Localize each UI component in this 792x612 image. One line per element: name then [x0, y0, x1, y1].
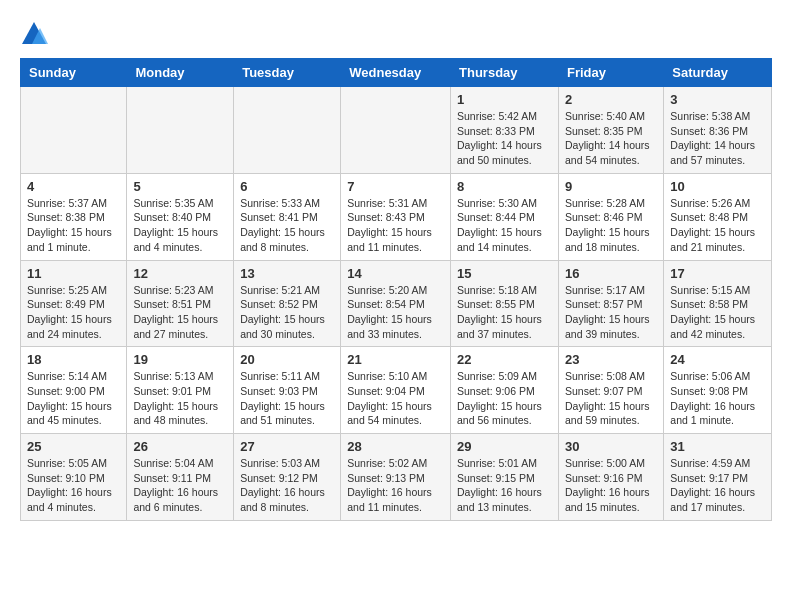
- day-info: Sunrise: 5:14 AM Sunset: 9:00 PM Dayligh…: [27, 369, 120, 428]
- day-number: 27: [240, 439, 334, 454]
- day-cell: 2Sunrise: 5:40 AM Sunset: 8:35 PM Daylig…: [558, 87, 663, 174]
- day-info: Sunrise: 5:37 AM Sunset: 8:38 PM Dayligh…: [27, 196, 120, 255]
- day-info: Sunrise: 5:17 AM Sunset: 8:57 PM Dayligh…: [565, 283, 657, 342]
- day-cell: 19Sunrise: 5:13 AM Sunset: 9:01 PM Dayli…: [127, 347, 234, 434]
- day-number: 3: [670, 92, 765, 107]
- day-cell: 28Sunrise: 5:02 AM Sunset: 9:13 PM Dayli…: [341, 434, 451, 521]
- day-cell: [341, 87, 451, 174]
- day-info: Sunrise: 5:01 AM Sunset: 9:15 PM Dayligh…: [457, 456, 552, 515]
- day-cell: 13Sunrise: 5:21 AM Sunset: 8:52 PM Dayli…: [234, 260, 341, 347]
- day-cell: 27Sunrise: 5:03 AM Sunset: 9:12 PM Dayli…: [234, 434, 341, 521]
- day-number: 20: [240, 352, 334, 367]
- day-info: Sunrise: 5:35 AM Sunset: 8:40 PM Dayligh…: [133, 196, 227, 255]
- day-info: Sunrise: 5:00 AM Sunset: 9:16 PM Dayligh…: [565, 456, 657, 515]
- day-cell: 3Sunrise: 5:38 AM Sunset: 8:36 PM Daylig…: [664, 87, 772, 174]
- day-number: 2: [565, 92, 657, 107]
- day-number: 25: [27, 439, 120, 454]
- day-info: Sunrise: 5:40 AM Sunset: 8:35 PM Dayligh…: [565, 109, 657, 168]
- day-cell: 17Sunrise: 5:15 AM Sunset: 8:58 PM Dayli…: [664, 260, 772, 347]
- day-cell: 8Sunrise: 5:30 AM Sunset: 8:44 PM Daylig…: [451, 173, 559, 260]
- day-info: Sunrise: 5:10 AM Sunset: 9:04 PM Dayligh…: [347, 369, 444, 428]
- day-info: Sunrise: 5:42 AM Sunset: 8:33 PM Dayligh…: [457, 109, 552, 168]
- day-cell: [127, 87, 234, 174]
- day-cell: 14Sunrise: 5:20 AM Sunset: 8:54 PM Dayli…: [341, 260, 451, 347]
- header-cell-saturday: Saturday: [664, 59, 772, 87]
- day-number: 6: [240, 179, 334, 194]
- day-info: Sunrise: 5:06 AM Sunset: 9:08 PM Dayligh…: [670, 369, 765, 428]
- day-info: Sunrise: 5:08 AM Sunset: 9:07 PM Dayligh…: [565, 369, 657, 428]
- day-info: Sunrise: 5:33 AM Sunset: 8:41 PM Dayligh…: [240, 196, 334, 255]
- day-number: 21: [347, 352, 444, 367]
- day-number: 28: [347, 439, 444, 454]
- day-number: 22: [457, 352, 552, 367]
- day-number: 29: [457, 439, 552, 454]
- week-row-1: 1Sunrise: 5:42 AM Sunset: 8:33 PM Daylig…: [21, 87, 772, 174]
- day-info: Sunrise: 5:28 AM Sunset: 8:46 PM Dayligh…: [565, 196, 657, 255]
- day-cell: 4Sunrise: 5:37 AM Sunset: 8:38 PM Daylig…: [21, 173, 127, 260]
- day-number: 13: [240, 266, 334, 281]
- day-cell: [21, 87, 127, 174]
- day-number: 10: [670, 179, 765, 194]
- header-cell-monday: Monday: [127, 59, 234, 87]
- day-cell: 12Sunrise: 5:23 AM Sunset: 8:51 PM Dayli…: [127, 260, 234, 347]
- day-number: 16: [565, 266, 657, 281]
- day-info: Sunrise: 5:02 AM Sunset: 9:13 PM Dayligh…: [347, 456, 444, 515]
- day-cell: 20Sunrise: 5:11 AM Sunset: 9:03 PM Dayli…: [234, 347, 341, 434]
- day-cell: 26Sunrise: 5:04 AM Sunset: 9:11 PM Dayli…: [127, 434, 234, 521]
- day-cell: 29Sunrise: 5:01 AM Sunset: 9:15 PM Dayli…: [451, 434, 559, 521]
- day-number: 11: [27, 266, 120, 281]
- day-number: 31: [670, 439, 765, 454]
- day-cell: 31Sunrise: 4:59 AM Sunset: 9:17 PM Dayli…: [664, 434, 772, 521]
- day-info: Sunrise: 5:20 AM Sunset: 8:54 PM Dayligh…: [347, 283, 444, 342]
- day-number: 30: [565, 439, 657, 454]
- day-info: Sunrise: 5:09 AM Sunset: 9:06 PM Dayligh…: [457, 369, 552, 428]
- day-cell: 16Sunrise: 5:17 AM Sunset: 8:57 PM Dayli…: [558, 260, 663, 347]
- day-cell: 24Sunrise: 5:06 AM Sunset: 9:08 PM Dayli…: [664, 347, 772, 434]
- day-info: Sunrise: 5:25 AM Sunset: 8:49 PM Dayligh…: [27, 283, 120, 342]
- header-cell-friday: Friday: [558, 59, 663, 87]
- day-cell: 5Sunrise: 5:35 AM Sunset: 8:40 PM Daylig…: [127, 173, 234, 260]
- week-row-5: 25Sunrise: 5:05 AM Sunset: 9:10 PM Dayli…: [21, 434, 772, 521]
- day-info: Sunrise: 5:31 AM Sunset: 8:43 PM Dayligh…: [347, 196, 444, 255]
- day-info: Sunrise: 5:04 AM Sunset: 9:11 PM Dayligh…: [133, 456, 227, 515]
- day-cell: 9Sunrise: 5:28 AM Sunset: 8:46 PM Daylig…: [558, 173, 663, 260]
- day-number: 1: [457, 92, 552, 107]
- day-number: 15: [457, 266, 552, 281]
- day-number: 23: [565, 352, 657, 367]
- day-number: 18: [27, 352, 120, 367]
- day-info: Sunrise: 5:38 AM Sunset: 8:36 PM Dayligh…: [670, 109, 765, 168]
- day-cell: 23Sunrise: 5:08 AM Sunset: 9:07 PM Dayli…: [558, 347, 663, 434]
- day-info: Sunrise: 5:18 AM Sunset: 8:55 PM Dayligh…: [457, 283, 552, 342]
- header-cell-wednesday: Wednesday: [341, 59, 451, 87]
- day-cell: [234, 87, 341, 174]
- day-info: Sunrise: 5:13 AM Sunset: 9:01 PM Dayligh…: [133, 369, 227, 428]
- header-cell-tuesday: Tuesday: [234, 59, 341, 87]
- header-row: SundayMondayTuesdayWednesdayThursdayFrid…: [21, 59, 772, 87]
- day-number: 5: [133, 179, 227, 194]
- day-info: Sunrise: 5:30 AM Sunset: 8:44 PM Dayligh…: [457, 196, 552, 255]
- day-info: Sunrise: 4:59 AM Sunset: 9:17 PM Dayligh…: [670, 456, 765, 515]
- day-info: Sunrise: 5:03 AM Sunset: 9:12 PM Dayligh…: [240, 456, 334, 515]
- day-info: Sunrise: 5:23 AM Sunset: 8:51 PM Dayligh…: [133, 283, 227, 342]
- day-number: 24: [670, 352, 765, 367]
- day-cell: 1Sunrise: 5:42 AM Sunset: 8:33 PM Daylig…: [451, 87, 559, 174]
- day-info: Sunrise: 5:11 AM Sunset: 9:03 PM Dayligh…: [240, 369, 334, 428]
- day-cell: 18Sunrise: 5:14 AM Sunset: 9:00 PM Dayli…: [21, 347, 127, 434]
- day-info: Sunrise: 5:05 AM Sunset: 9:10 PM Dayligh…: [27, 456, 120, 515]
- day-info: Sunrise: 5:21 AM Sunset: 8:52 PM Dayligh…: [240, 283, 334, 342]
- day-cell: 22Sunrise: 5:09 AM Sunset: 9:06 PM Dayli…: [451, 347, 559, 434]
- day-cell: 6Sunrise: 5:33 AM Sunset: 8:41 PM Daylig…: [234, 173, 341, 260]
- week-row-2: 4Sunrise: 5:37 AM Sunset: 8:38 PM Daylig…: [21, 173, 772, 260]
- day-number: 8: [457, 179, 552, 194]
- day-number: 9: [565, 179, 657, 194]
- day-cell: 15Sunrise: 5:18 AM Sunset: 8:55 PM Dayli…: [451, 260, 559, 347]
- day-cell: 25Sunrise: 5:05 AM Sunset: 9:10 PM Dayli…: [21, 434, 127, 521]
- day-number: 26: [133, 439, 227, 454]
- day-info: Sunrise: 5:26 AM Sunset: 8:48 PM Dayligh…: [670, 196, 765, 255]
- day-number: 7: [347, 179, 444, 194]
- page-header: [20, 20, 772, 48]
- day-number: 17: [670, 266, 765, 281]
- day-number: 19: [133, 352, 227, 367]
- calendar-table: SundayMondayTuesdayWednesdayThursdayFrid…: [20, 58, 772, 521]
- day-number: 14: [347, 266, 444, 281]
